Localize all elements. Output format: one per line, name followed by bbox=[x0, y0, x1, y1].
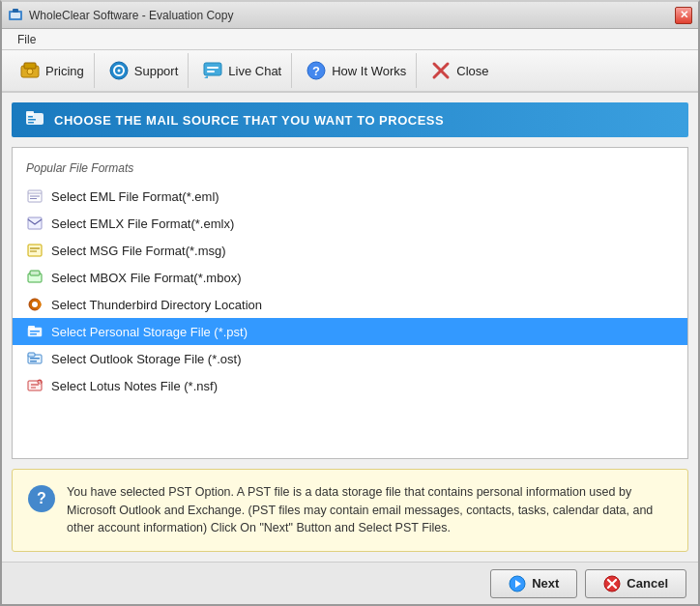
svg-rect-19 bbox=[28, 116, 33, 118]
howitworks-label: How It Works bbox=[332, 64, 406, 78]
svg-rect-4 bbox=[24, 63, 36, 69]
toolbar-btn-support[interactable]: Support bbox=[99, 53, 190, 88]
close-toolbar-icon bbox=[430, 60, 452, 81]
svg-text:?: ? bbox=[312, 64, 320, 78]
svg-rect-27 bbox=[28, 245, 42, 256]
next-label: Next bbox=[532, 576, 559, 591]
title-close-button[interactable]: ✕ bbox=[675, 7, 692, 24]
support-label: Support bbox=[134, 64, 179, 78]
thunderbird-icon bbox=[26, 296, 44, 313]
toolbar: Pricing Support Live Chat bbox=[2, 50, 698, 93]
list-item-emlx[interactable]: Select EMLX File Format(*.emlx) bbox=[13, 210, 687, 237]
support-icon bbox=[108, 60, 130, 81]
svg-rect-21 bbox=[28, 122, 34, 124]
menu-file[interactable]: File bbox=[10, 31, 44, 48]
next-icon bbox=[509, 575, 526, 592]
mbox-icon bbox=[26, 269, 44, 286]
svg-rect-40 bbox=[30, 358, 40, 360]
msg-icon bbox=[26, 242, 44, 259]
svg-point-8 bbox=[117, 70, 120, 72]
file-list: Popular File Formats Select EML File For… bbox=[12, 147, 688, 459]
svg-point-5 bbox=[27, 69, 33, 74]
svg-rect-20 bbox=[28, 119, 36, 121]
main-content: CHOOSE THE MAIL SOURCE THAT YOU WANT TO … bbox=[2, 93, 698, 562]
title-bar: WholeClear Software - Evaluation Copy ✕ bbox=[2, 2, 698, 29]
svg-rect-11 bbox=[207, 71, 215, 72]
info-icon: ? bbox=[28, 485, 55, 512]
pricing-label: Pricing bbox=[45, 64, 84, 78]
list-group-label: Popular File Formats bbox=[13, 158, 687, 183]
svg-rect-39 bbox=[28, 353, 35, 357]
svg-rect-31 bbox=[30, 271, 40, 275]
list-item-nsf[interactable]: N Select Lotus Notes File (*.nsf) bbox=[13, 372, 687, 399]
bottom-bar: Next Cancel bbox=[2, 562, 698, 604]
eml-icon bbox=[26, 188, 44, 205]
cancel-button[interactable]: Cancel bbox=[585, 569, 686, 598]
title-bar-left: WholeClear Software - Evaluation Copy bbox=[8, 8, 233, 23]
svg-rect-41 bbox=[30, 361, 37, 362]
toolbar-btn-howitworks[interactable]: ? How It Works bbox=[296, 53, 417, 88]
livechat-label: Live Chat bbox=[228, 64, 281, 78]
svg-rect-10 bbox=[207, 67, 219, 69]
nsf-icon: N bbox=[26, 377, 44, 394]
section-header-icon bbox=[25, 108, 44, 131]
emlx-icon bbox=[26, 215, 44, 232]
ost-icon bbox=[26, 350, 44, 367]
cancel-label: Cancel bbox=[627, 576, 668, 591]
svg-point-33 bbox=[32, 302, 38, 307]
svg-rect-2 bbox=[13, 9, 18, 13]
toolbar-btn-livechat[interactable]: Live Chat bbox=[192, 53, 292, 88]
ost-label: Select Outlook Storage File (*.ost) bbox=[51, 352, 242, 366]
svg-rect-9 bbox=[204, 63, 221, 75]
section-header-text: CHOOSE THE MAIL SOURCE THAT YOU WANT TO … bbox=[54, 113, 444, 128]
list-item-msg[interactable]: Select MSG File Format(*.msg) bbox=[13, 237, 687, 264]
cancel-icon bbox=[603, 575, 621, 592]
svg-rect-37 bbox=[30, 333, 37, 335]
svg-rect-18 bbox=[26, 111, 34, 115]
section-header: CHOOSE THE MAIL SOURCE THAT YOU WANT TO … bbox=[12, 102, 688, 137]
list-item-eml[interactable]: Select EML File Format(*.eml) bbox=[13, 183, 687, 210]
svg-rect-35 bbox=[28, 326, 35, 330]
main-window: WholeClear Software - Evaluation Copy ✕ … bbox=[0, 0, 700, 606]
svg-rect-26 bbox=[28, 217, 42, 229]
nsf-label: Select Lotus Notes File (*.nsf) bbox=[51, 379, 218, 393]
svg-text:N: N bbox=[39, 380, 42, 385]
list-item-pst[interactable]: Select Personal Storage File (*.pst) bbox=[13, 318, 687, 345]
pricing-icon bbox=[19, 60, 41, 81]
eml-label: Select EML File Format(*.eml) bbox=[51, 189, 219, 204]
toolbar-btn-close[interactable]: Close bbox=[421, 53, 498, 88]
list-item-mbox[interactable]: Select MBOX File Format(*.mbox) bbox=[13, 264, 687, 291]
list-item-ost[interactable]: Select Outlook Storage File (*.ost) bbox=[13, 345, 687, 372]
svg-rect-1 bbox=[11, 13, 20, 18]
list-item-thunderbird[interactable]: Select Thunderbird Directory Location bbox=[13, 291, 687, 318]
app-icon bbox=[8, 8, 23, 23]
howitworks-icon: ? bbox=[306, 60, 327, 81]
close-label: Close bbox=[456, 64, 488, 78]
next-button[interactable]: Next bbox=[490, 569, 577, 598]
menu-bar: File bbox=[2, 29, 698, 50]
pst-label: Select Personal Storage File (*.pst) bbox=[51, 325, 248, 339]
pst-icon bbox=[26, 323, 44, 340]
mbox-label: Select MBOX File Format(*.mbox) bbox=[51, 271, 242, 285]
emlx-label: Select EMLX File Format(*.emlx) bbox=[51, 216, 234, 231]
title-text: WholeClear Software - Evaluation Copy bbox=[29, 9, 233, 22]
toolbar-btn-pricing[interactable]: Pricing bbox=[10, 53, 95, 88]
svg-rect-36 bbox=[30, 331, 40, 332]
info-box-text: You have selected PST Option. A PST file… bbox=[67, 483, 672, 537]
msg-label: Select MSG File Format(*.msg) bbox=[51, 244, 226, 258]
livechat-icon bbox=[202, 60, 223, 81]
thunderbird-label: Select Thunderbird Directory Location bbox=[51, 298, 262, 312]
info-box: ? You have selected PST Option. A PST fi… bbox=[12, 469, 688, 552]
